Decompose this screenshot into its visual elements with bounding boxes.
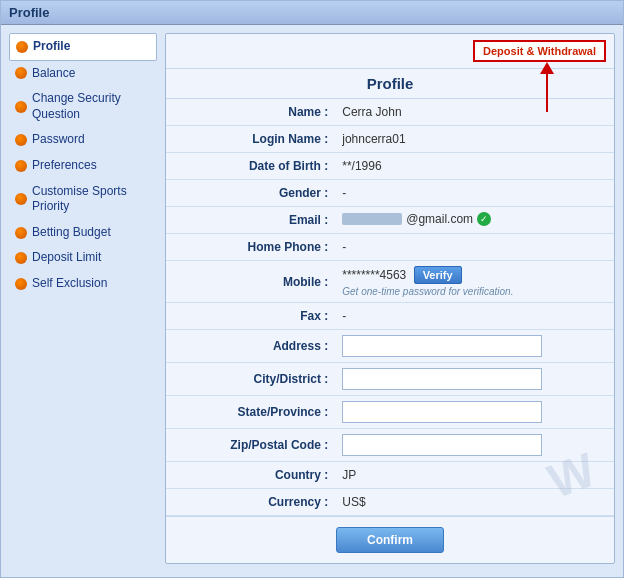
field-value-mobile: ********4563 Verify Get one-time passwor… — [336, 261, 614, 303]
window: Profile Profile Balance Change Security … — [0, 0, 624, 578]
email-verified-container: @gmail.com ✓ — [342, 212, 491, 226]
table-row: Zip/Postal Code : — [166, 429, 614, 462]
mobile-number: ********4563 — [342, 268, 406, 282]
field-label-login: Login Name : — [166, 126, 336, 153]
sidebar-label-self-exclusion: Self Exclusion — [32, 276, 107, 292]
address-input[interactable] — [342, 335, 542, 357]
confirm-row: Confirm — [166, 516, 614, 563]
arrow-line-icon — [546, 72, 548, 112]
field-label-mobile: Mobile : — [166, 261, 336, 303]
sidebar-item-change-security[interactable]: Change Security Question — [9, 86, 157, 127]
confirm-button[interactable]: Confirm — [336, 527, 444, 553]
field-label-gender: Gender : — [166, 180, 336, 207]
sidebar-label-customise-sports: Customise Sports Priority — [32, 184, 151, 215]
sidebar-item-preferences[interactable]: Preferences — [9, 153, 157, 179]
email-blur — [342, 213, 402, 225]
bullet-icon — [15, 193, 27, 205]
name-value: Cerra John — [342, 105, 401, 119]
table-row: Address : — [166, 330, 614, 363]
field-label-homephone: Home Phone : — [166, 234, 336, 261]
field-value-name: Cerra John — [336, 99, 614, 126]
table-row: Currency : US$ — [166, 489, 614, 516]
sidebar-label-deposit-limit: Deposit Limit — [32, 250, 101, 266]
sidebar-item-profile[interactable]: Profile — [9, 33, 157, 61]
field-value-fax: - — [336, 303, 614, 330]
verify-button[interactable]: Verify — [414, 266, 462, 284]
bullet-icon — [15, 160, 27, 172]
field-value-gender: - — [336, 180, 614, 207]
field-label-state: State/Province : — [166, 396, 336, 429]
field-value-city — [336, 363, 614, 396]
field-value-country: JP — [336, 462, 614, 489]
field-value-zip — [336, 429, 614, 462]
deposit-withdrawal-button[interactable]: Deposit & Withdrawal — [473, 40, 606, 62]
main-panel: Deposit & Withdrawal Profile W Name : Ce… — [165, 33, 615, 564]
state-input[interactable] — [342, 401, 542, 423]
field-label-zip: Zip/Postal Code : — [166, 429, 336, 462]
dob-value: **/1996 — [342, 159, 381, 173]
sidebar-item-password[interactable]: Password — [9, 127, 157, 153]
table-row: Home Phone : - — [166, 234, 614, 261]
bullet-icon — [15, 67, 27, 79]
bullet-icon — [15, 278, 27, 290]
table-row: Gender : - — [166, 180, 614, 207]
sidebar-label-balance: Balance — [32, 66, 75, 82]
table-row: Country : JP — [166, 462, 614, 489]
field-value-address — [336, 330, 614, 363]
sidebar-item-betting-budget[interactable]: Betting Budget — [9, 220, 157, 246]
city-input[interactable] — [342, 368, 542, 390]
field-value-login: johncerra01 — [336, 126, 614, 153]
sidebar-label-profile: Profile — [33, 39, 70, 55]
profile-form: Name : Cerra John Login Name : johncerra… — [166, 99, 614, 516]
field-label-address: Address : — [166, 330, 336, 363]
sidebar: Profile Balance Change Security Question… — [9, 33, 157, 564]
table-row: State/Province : — [166, 396, 614, 429]
table-row: Mobile : ********4563 Verify Get one-tim… — [166, 261, 614, 303]
field-value-dob: **/1996 — [336, 153, 614, 180]
email-domain: @gmail.com — [406, 212, 473, 226]
bullet-icon — [15, 252, 27, 264]
sidebar-item-balance[interactable]: Balance — [9, 61, 157, 87]
field-label-currency: Currency : — [166, 489, 336, 516]
field-value-currency: US$ — [336, 489, 614, 516]
bullet-icon — [15, 101, 27, 113]
gender-value: - — [342, 186, 346, 200]
sidebar-label-preferences: Preferences — [32, 158, 97, 174]
sidebar-label-change-security: Change Security Question — [32, 91, 151, 122]
table-row: Fax : - — [166, 303, 614, 330]
login-value: johncerra01 — [342, 132, 405, 146]
sidebar-item-deposit-limit[interactable]: Deposit Limit — [9, 245, 157, 271]
field-label-city: City/District : — [166, 363, 336, 396]
fax-value: - — [342, 309, 346, 323]
arrow-indicator — [540, 62, 554, 112]
sidebar-item-self-exclusion[interactable]: Self Exclusion — [9, 271, 157, 297]
country-value: JP — [342, 468, 356, 482]
homephone-value: - — [342, 240, 346, 254]
table-row: City/District : — [166, 363, 614, 396]
field-label-dob: Date of Birth : — [166, 153, 336, 180]
sidebar-label-password: Password — [32, 132, 85, 148]
sidebar-item-customise-sports[interactable]: Customise Sports Priority — [9, 179, 157, 220]
field-value-state — [336, 396, 614, 429]
email-verified-icon: ✓ — [477, 212, 491, 226]
field-label-name: Name : — [166, 99, 336, 126]
window-title: Profile — [1, 1, 623, 25]
field-label-email: Email : — [166, 207, 336, 234]
field-value-email: @gmail.com ✓ — [336, 207, 614, 234]
field-label-country: Country : — [166, 462, 336, 489]
bullet-icon — [15, 227, 27, 239]
field-value-homephone: - — [336, 234, 614, 261]
table-row: Login Name : johncerra01 — [166, 126, 614, 153]
bullet-icon — [15, 134, 27, 146]
zip-input[interactable] — [342, 434, 542, 456]
currency-value: US$ — [342, 495, 365, 509]
verify-hint: Get one-time password for verification. — [342, 286, 608, 297]
bullet-icon — [16, 41, 28, 53]
table-row: Date of Birth : **/1996 — [166, 153, 614, 180]
sidebar-label-betting-budget: Betting Budget — [32, 225, 111, 241]
table-row: Email : @gmail.com ✓ — [166, 207, 614, 234]
field-label-fax: Fax : — [166, 303, 336, 330]
